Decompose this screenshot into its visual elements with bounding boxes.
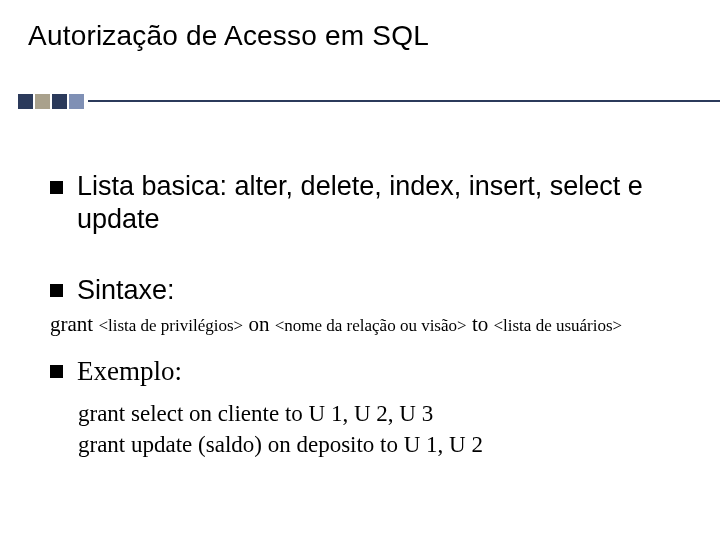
square-icon [35,94,50,109]
square-icon [52,94,67,109]
example-block: grant select on cliente to U 1, U 2, U 3… [78,398,680,460]
bullet-text: Sintaxe: [77,274,175,306]
square-icon [18,94,33,109]
horizontal-rule [88,100,720,102]
bullet-icon [50,365,63,378]
syntax-placeholder-relation: <nome da relação ou visão> [275,316,467,335]
decorative-band [0,86,720,116]
syntax-placeholder-users: <lista de usuários> [493,316,622,335]
bullet-text: Exemplo: [77,355,182,387]
page-title: Autorização de Acesso em SQL [28,20,429,52]
syntax-placeholder-privileges: <lista de privilégios> [98,316,243,335]
syntax-keyword-grant: grant [50,312,93,336]
bullet-text: Lista basica: alter, delete, index, inse… [77,170,680,236]
slide: Autorização de Acesso em SQL Lista basic… [0,0,720,540]
bullet-exemplo: Exemplo: [50,355,680,387]
square-row [18,94,84,109]
bullet-icon [50,284,63,297]
syntax-keyword-on: on [248,312,269,336]
square-icon [69,94,84,109]
syntax-line: grant <lista de privilégios> on <nome da… [50,312,680,337]
bullet-lista: Lista basica: alter, delete, index, inse… [50,170,680,236]
content-area: Lista basica: alter, delete, index, inse… [50,170,680,460]
syntax-keyword-to: to [472,312,488,336]
bullet-sintaxe: Sintaxe: [50,274,680,306]
bullet-icon [50,181,63,194]
example-line-2: grant update (saldo) on deposito to U 1,… [78,429,680,460]
example-line-1: grant select on cliente to U 1, U 2, U 3 [78,398,680,429]
